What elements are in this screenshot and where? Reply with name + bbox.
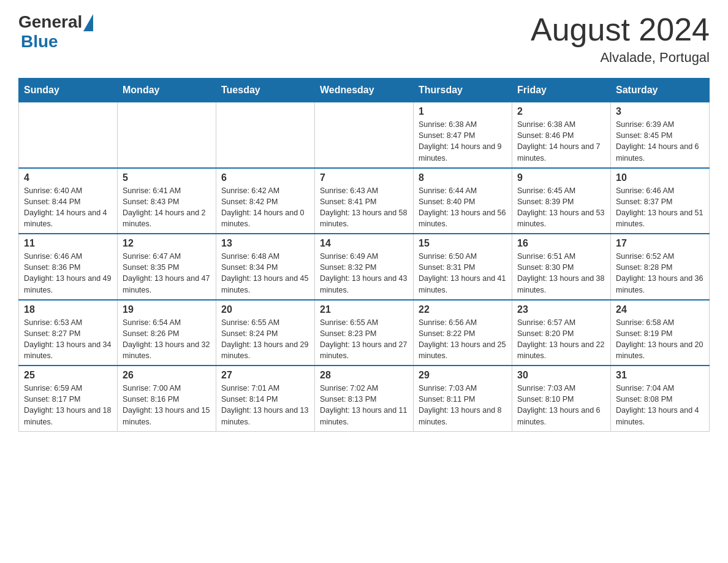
header-tuesday: Tuesday [216,79,315,102]
calendar-cell: 29Sunrise: 7:03 AM Sunset: 8:11 PM Dayli… [414,366,512,431]
day-info: Sunrise: 6:45 AM Sunset: 8:39 PM Dayligh… [517,185,605,230]
calendar-cell: 15Sunrise: 6:50 AM Sunset: 8:31 PM Dayli… [414,234,512,300]
day-number: 19 [123,304,211,315]
day-number: 30 [517,370,605,381]
day-number: 25 [24,370,112,381]
day-number: 3 [616,106,704,117]
day-number: 31 [616,370,704,381]
calendar-cell [216,102,315,168]
day-number: 7 [320,172,408,183]
day-number: 16 [517,238,605,249]
day-number: 24 [616,304,704,315]
day-info: Sunrise: 7:03 AM Sunset: 8:10 PM Dayligh… [517,383,605,427]
calendar-cell: 1Sunrise: 6:38 AM Sunset: 8:47 PM Daylig… [414,102,512,168]
calendar-cell: 12Sunrise: 6:47 AM Sunset: 8:35 PM Dayli… [118,234,216,300]
calendar-week-row: 18Sunrise: 6:53 AM Sunset: 8:27 PM Dayli… [19,300,710,366]
calendar-cell: 21Sunrise: 6:55 AM Sunset: 8:23 PM Dayli… [315,300,414,366]
day-number: 18 [24,304,112,315]
day-number: 6 [221,172,309,183]
header-thursday: Thursday [414,79,512,102]
day-info: Sunrise: 6:46 AM Sunset: 8:37 PM Dayligh… [616,185,704,230]
day-info: Sunrise: 6:44 AM Sunset: 8:40 PM Dayligh… [419,185,507,230]
calendar-cell: 17Sunrise: 6:52 AM Sunset: 8:28 PM Dayli… [611,234,710,300]
calendar-cell: 5Sunrise: 6:41 AM Sunset: 8:43 PM Daylig… [118,168,216,234]
calendar-cell: 2Sunrise: 6:38 AM Sunset: 8:46 PM Daylig… [512,102,611,168]
header-friday: Friday [512,79,611,102]
calendar-cell: 25Sunrise: 6:59 AM Sunset: 8:17 PM Dayli… [19,366,118,431]
day-number: 29 [419,370,507,381]
calendar-cell [118,102,216,168]
day-info: Sunrise: 7:04 AM Sunset: 8:08 PM Dayligh… [616,383,704,427]
day-number: 22 [419,304,507,315]
calendar-cell: 8Sunrise: 6:44 AM Sunset: 8:40 PM Daylig… [414,168,512,234]
calendar-cell: 9Sunrise: 6:45 AM Sunset: 8:39 PM Daylig… [512,168,611,234]
day-info: Sunrise: 6:53 AM Sunset: 8:27 PM Dayligh… [24,317,112,362]
day-info: Sunrise: 7:03 AM Sunset: 8:11 PM Dayligh… [419,383,507,427]
day-info: Sunrise: 6:47 AM Sunset: 8:35 PM Dayligh… [123,251,211,296]
calendar-cell: 6Sunrise: 6:42 AM Sunset: 8:42 PM Daylig… [216,168,315,234]
calendar-cell: 18Sunrise: 6:53 AM Sunset: 8:27 PM Dayli… [19,300,118,366]
calendar-week-row: 1Sunrise: 6:38 AM Sunset: 8:47 PM Daylig… [19,102,710,168]
day-info: Sunrise: 6:52 AM Sunset: 8:28 PM Dayligh… [616,251,704,296]
day-info: Sunrise: 6:50 AM Sunset: 8:31 PM Dayligh… [419,251,507,296]
calendar-cell: 19Sunrise: 6:54 AM Sunset: 8:26 PM Dayli… [118,300,216,366]
day-info: Sunrise: 7:00 AM Sunset: 8:16 PM Dayligh… [123,383,211,427]
calendar-cell: 14Sunrise: 6:49 AM Sunset: 8:32 PM Dayli… [315,234,414,300]
day-number: 21 [320,304,408,315]
day-number: 4 [24,172,112,183]
day-info: Sunrise: 6:43 AM Sunset: 8:41 PM Dayligh… [320,185,408,230]
day-info: Sunrise: 6:39 AM Sunset: 8:45 PM Dayligh… [616,119,704,164]
day-number: 20 [221,304,309,315]
calendar-week-row: 25Sunrise: 6:59 AM Sunset: 8:17 PM Dayli… [19,366,710,431]
location-text: Alvalade, Portugal [531,50,710,66]
calendar-cell: 4Sunrise: 6:40 AM Sunset: 8:44 PM Daylig… [19,168,118,234]
day-info: Sunrise: 6:51 AM Sunset: 8:30 PM Dayligh… [517,251,605,296]
calendar-cell: 16Sunrise: 6:51 AM Sunset: 8:30 PM Dayli… [512,234,611,300]
day-number: 11 [24,238,112,249]
day-number: 17 [616,238,704,249]
logo-blue-text: Blue [21,32,58,52]
day-number: 10 [616,172,704,183]
day-number: 9 [517,172,605,183]
day-number: 5 [123,172,211,183]
day-info: Sunrise: 6:46 AM Sunset: 8:36 PM Dayligh… [24,251,112,296]
header-saturday: Saturday [611,79,710,102]
calendar-cell: 31Sunrise: 7:04 AM Sunset: 8:08 PM Dayli… [611,366,710,431]
calendar-cell: 22Sunrise: 6:56 AM Sunset: 8:22 PM Dayli… [414,300,512,366]
calendar-cell: 30Sunrise: 7:03 AM Sunset: 8:10 PM Dayli… [512,366,611,431]
header-wednesday: Wednesday [315,79,414,102]
calendar-cell: 20Sunrise: 6:55 AM Sunset: 8:24 PM Dayli… [216,300,315,366]
calendar-week-row: 11Sunrise: 6:46 AM Sunset: 8:36 PM Dayli… [19,234,710,300]
day-info: Sunrise: 6:38 AM Sunset: 8:46 PM Dayligh… [517,119,605,164]
calendar-cell: 11Sunrise: 6:46 AM Sunset: 8:36 PM Dayli… [19,234,118,300]
calendar-cell: 13Sunrise: 6:48 AM Sunset: 8:34 PM Dayli… [216,234,315,300]
calendar-cell: 28Sunrise: 7:02 AM Sunset: 8:13 PM Dayli… [315,366,414,431]
day-number: 12 [123,238,211,249]
day-info: Sunrise: 6:42 AM Sunset: 8:42 PM Dayligh… [221,185,309,230]
calendar-cell: 26Sunrise: 7:00 AM Sunset: 8:16 PM Dayli… [118,366,216,431]
day-info: Sunrise: 6:57 AM Sunset: 8:20 PM Dayligh… [517,317,605,362]
calendar-week-row: 4Sunrise: 6:40 AM Sunset: 8:44 PM Daylig… [19,168,710,234]
calendar-table: SundayMondayTuesdayWednesdayThursdayFrid… [18,78,710,432]
day-number: 26 [123,370,211,381]
day-number: 14 [320,238,408,249]
day-number: 15 [419,238,507,249]
logo-triangle-icon [83,14,93,31]
day-info: Sunrise: 6:40 AM Sunset: 8:44 PM Dayligh… [24,185,112,230]
calendar-cell [19,102,118,168]
calendar-cell [315,102,414,168]
calendar-header-row: SundayMondayTuesdayWednesdayThursdayFrid… [19,79,710,102]
day-number: 27 [221,370,309,381]
day-info: Sunrise: 6:49 AM Sunset: 8:32 PM Dayligh… [320,251,408,296]
day-info: Sunrise: 7:02 AM Sunset: 8:13 PM Dayligh… [320,383,408,427]
calendar-cell: 7Sunrise: 6:43 AM Sunset: 8:41 PM Daylig… [315,168,414,234]
day-number: 28 [320,370,408,381]
month-title: August 2024 [531,12,710,47]
day-info: Sunrise: 6:54 AM Sunset: 8:26 PM Dayligh… [123,317,211,362]
calendar-cell: 27Sunrise: 7:01 AM Sunset: 8:14 PM Dayli… [216,366,315,431]
day-number: 23 [517,304,605,315]
day-info: Sunrise: 6:56 AM Sunset: 8:22 PM Dayligh… [419,317,507,362]
day-info: Sunrise: 6:58 AM Sunset: 8:19 PM Dayligh… [616,317,704,362]
calendar-cell: 23Sunrise: 6:57 AM Sunset: 8:20 PM Dayli… [512,300,611,366]
day-number: 1 [419,106,507,117]
